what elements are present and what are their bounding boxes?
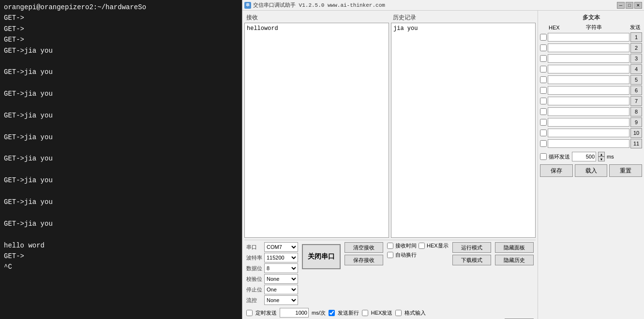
open-close-button[interactable]: 关闭串口: [302, 244, 341, 269]
save-multitext-button[interactable]: 保存: [540, 164, 573, 177]
multitext-hex-checkbox-9[interactable]: [540, 119, 547, 126]
multitext-send-button-1[interactable]: 1: [630, 32, 642, 42]
flow-select[interactable]: None: [264, 295, 298, 305]
multitext-row: 9: [540, 117, 642, 128]
serial-panel: 串 交信串口调试助手 V1.2.5.0 www.ai-thinker.com ─…: [242, 0, 644, 319]
multitext-str-input-3[interactable]: [548, 54, 629, 63]
stop-bits-label: 停止位: [246, 286, 262, 293]
main-content: 接收 helloword 历史记录 jia you 串口 COM7: [242, 11, 644, 319]
multitext-hex-checkbox-10[interactable]: [540, 130, 547, 136]
multitext-str-input-11[interactable]: [548, 139, 629, 148]
recv-actions: 清空接收 保存接收: [344, 242, 383, 265]
multitext-hex-checkbox-4[interactable]: [540, 66, 547, 72]
auto-newline-option: 自动换行: [387, 251, 449, 259]
run-mode-button[interactable]: 运行模式: [452, 242, 491, 253]
terminal-line: ^C: [4, 261, 238, 272]
hex-show-checkbox[interactable]: [419, 243, 425, 249]
auto-newline-checkbox[interactable]: [387, 252, 393, 258]
multitext-send-button-9[interactable]: 9: [630, 117, 642, 127]
hex-show-label: HEX显示: [427, 242, 449, 249]
close-button[interactable]: ✕: [634, 2, 642, 9]
multitext-hex-checkbox-1[interactable]: [540, 34, 547, 41]
receive-textarea[interactable]: helloword: [244, 23, 389, 238]
parity-select[interactable]: None: [264, 274, 298, 284]
loop-ms-input[interactable]: [572, 152, 596, 161]
multitext-send-button-6[interactable]: 6: [630, 86, 642, 95]
col-str-label: 字符串: [559, 24, 629, 31]
download-mode-button[interactable]: 下载模式: [452, 255, 491, 265]
panels-row: 接收 helloword 历史记录 jia you: [244, 13, 536, 238]
multitext-header: 多文本: [540, 13, 642, 23]
hide-history-button[interactable]: 隐藏历史: [495, 255, 534, 265]
maximize-button[interactable]: □: [626, 2, 633, 9]
parity-label: 校验位: [246, 276, 262, 283]
multitext-send-button-7[interactable]: 7: [630, 96, 642, 106]
multitext-str-input-6[interactable]: [548, 86, 629, 95]
loop-ms-down-button[interactable]: ▼: [598, 157, 605, 161]
multitext-hex-checkbox-3[interactable]: [540, 55, 547, 62]
timer-send-checkbox[interactable]: [246, 310, 253, 316]
terminal-line: GET->jia you: [4, 218, 238, 229]
timer-value-input[interactable]: [280, 308, 309, 318]
multitext-hex-checkbox-2[interactable]: [540, 44, 547, 51]
multitext-str-input-4[interactable]: [548, 65, 629, 73]
multitext-row: 2: [540, 43, 642, 53]
multitext-hex-checkbox-11[interactable]: [540, 140, 547, 147]
terminal-line: GET->jia you: [4, 132, 238, 143]
data-bits-select[interactable]: 8: [264, 263, 298, 273]
history-textarea[interactable]: jia you: [391, 23, 536, 238]
reset-multitext-button[interactable]: 重置: [609, 164, 642, 177]
multitext-str-input-9[interactable]: [548, 118, 629, 127]
loop-send-checkbox[interactable]: [540, 153, 547, 160]
terminal-line: GET->jia you: [4, 88, 238, 99]
terminal-line: GET->: [4, 251, 238, 261]
multitext-row: 3: [540, 53, 642, 64]
app-icon: 串: [244, 2, 251, 9]
multitext-row: 11: [540, 138, 642, 149]
terminal-line: orangepi@orangepizero2:~/hardwareSo: [4, 2, 238, 13]
hex-send-checkbox[interactable]: [362, 310, 368, 316]
multitext-str-input-8[interactable]: [548, 107, 629, 116]
new-line-label: 发送新行: [338, 309, 359, 317]
window-controls: ─ □ ✕: [617, 2, 642, 9]
title-bar: 串 交信串口调试助手 V1.2.5.0 www.ai-thinker.com ─…: [242, 0, 644, 11]
terminal-line: [4, 186, 238, 197]
hide-panel-button[interactable]: 隐藏面板: [495, 242, 534, 253]
multitext-send-button-8[interactable]: 8: [630, 107, 642, 116]
multitext-str-input-2[interactable]: [548, 44, 629, 52]
multitext-hex-checkbox-7[interactable]: [540, 98, 547, 104]
multitext-send-button-11[interactable]: 11: [630, 139, 642, 148]
terminal-line: GET->jia you: [4, 175, 238, 186]
multitext-row: 5: [540, 74, 642, 85]
flow-label: 流控: [246, 297, 262, 304]
multitext-send-button-5[interactable]: 5: [630, 75, 642, 85]
multitext-send-button-10[interactable]: 10: [630, 128, 642, 138]
multitext-panel: 多文本 HEX 字符串 发送 1 2 3 4 5 6 7: [538, 11, 644, 319]
multitext-hex-checkbox-8[interactable]: [540, 108, 547, 115]
minimize-button[interactable]: ─: [617, 2, 625, 9]
multitext-str-input-7[interactable]: [548, 97, 629, 105]
clear-recv-button[interactable]: 清空接收: [344, 242, 383, 253]
col-send-label: 发送: [629, 24, 641, 31]
load-multitext-button[interactable]: 载入: [575, 164, 608, 177]
loop-ms-up-button[interactable]: ▲: [598, 152, 605, 157]
terminal-line: GET->jia you: [4, 110, 238, 121]
format-input-checkbox[interactable]: [395, 310, 402, 316]
multitext-send-button-3[interactable]: 3: [630, 54, 642, 63]
multitext-str-input-10[interactable]: [548, 129, 629, 137]
multitext-str-input-1[interactable]: [548, 33, 629, 42]
recv-time-checkbox[interactable]: [387, 243, 393, 249]
receive-panel: 接收 helloword: [244, 13, 389, 238]
multitext-str-input-5[interactable]: [548, 75, 629, 84]
new-line-checkbox[interactable]: [329, 310, 335, 316]
multitext-hex-checkbox-6[interactable]: [540, 87, 547, 94]
multitext-send-button-4[interactable]: 4: [630, 64, 642, 74]
multitext-send-button-2[interactable]: 2: [630, 43, 642, 53]
multitext-hex-checkbox-5[interactable]: [540, 76, 547, 83]
save-recv-button[interactable]: 保存接收: [344, 255, 383, 265]
timer-unit: ms/次: [312, 309, 326, 317]
port-select[interactable]: COM7: [264, 242, 298, 252]
baud-select[interactable]: 115200: [264, 253, 298, 262]
terminal-line: GET->: [4, 34, 238, 45]
stop-bits-select[interactable]: One: [264, 285, 298, 294]
